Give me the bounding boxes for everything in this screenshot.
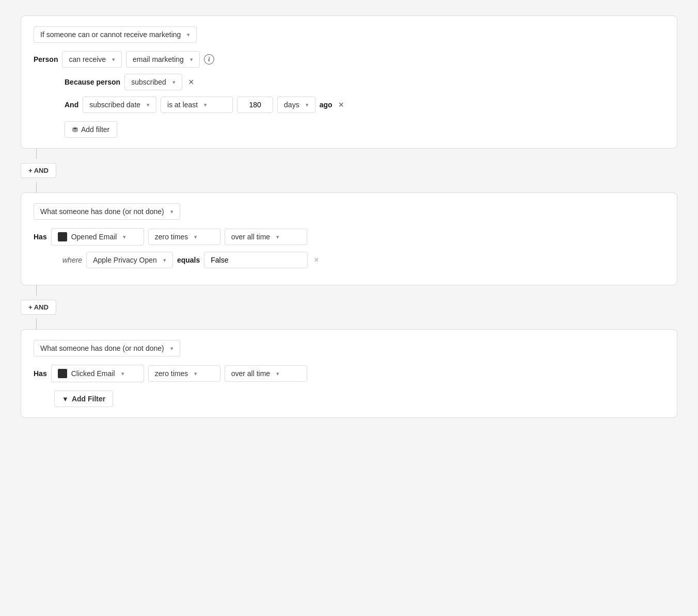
action-condition-label-2: What someone has done (or not done) <box>40 207 164 216</box>
action-condition-chevron-3: ▾ <box>170 345 173 352</box>
info-icon[interactable]: i <box>204 54 214 64</box>
marketing-type-chevron: ▾ <box>190 56 193 63</box>
action-condition-select-2[interactable]: What someone has done (or not done) ▾ <box>34 203 180 220</box>
property-chevron-2: ▾ <box>163 257 166 264</box>
and-button-2-label: + AND <box>28 303 49 311</box>
because-row: Because person subscribed ▾ × <box>65 74 664 90</box>
condition-operator-chevron: ▾ <box>204 102 207 108</box>
because-chevron: ▾ <box>172 79 176 86</box>
top-select-row-1: If someone can or cannot receive marketi… <box>34 26 664 43</box>
filter-block-1: If someone can or cannot receive marketi… <box>21 15 677 149</box>
and-condition-close-button[interactable]: × <box>337 99 346 110</box>
has-row-3: Has Clicked Email ▾ zero times ▾ over al… <box>34 365 664 382</box>
because-close-button[interactable]: × <box>186 76 196 88</box>
vertical-line-2 <box>36 182 37 192</box>
times-select-3[interactable]: zero times ▾ <box>148 365 220 382</box>
timerange-chevron-3: ▾ <box>276 370 279 377</box>
times-value-2: zero times <box>155 233 188 241</box>
and-button-1-label: + AND <box>28 167 49 174</box>
action-value-2: Opened Email <box>71 233 117 241</box>
times-chevron-2: ▾ <box>194 234 197 240</box>
filter-block-2: What someone has done (or not done) ▾ Ha… <box>21 192 677 285</box>
action-condition-select-3[interactable]: What someone has done (or not done) ▾ <box>34 340 180 356</box>
times-select-2[interactable]: zero times ▾ <box>148 229 220 245</box>
marketing-type-value: email marketing <box>133 55 184 63</box>
days-unit-value: days <box>284 101 299 109</box>
action-condition-chevron-2: ▾ <box>170 208 173 215</box>
add-filter-area-1: ⛃ Add filter <box>65 119 664 138</box>
top-select-row-3: What someone has done (or not done) ▾ <box>34 340 664 356</box>
person-row: Person can receive ▾ email marketing ▾ i <box>34 51 664 68</box>
because-select[interactable]: subscribed ▾ <box>124 74 182 90</box>
days-unit-select[interactable]: days ▾ <box>277 96 315 113</box>
clicked-email-icon <box>58 369 67 378</box>
and-label: And <box>65 101 78 109</box>
and-condition-row: And subscribed date ▾ is at least ▾ days… <box>65 96 664 113</box>
top-select-row-2: What someone has done (or not done) ▾ <box>34 203 664 220</box>
action-value-3: Clicked Email <box>71 369 115 378</box>
date-field-value: subscribed date <box>89 101 140 109</box>
times-chevron-3: ▾ <box>194 370 197 377</box>
action-condition-label-3: What someone has done (or not done) <box>40 344 164 352</box>
where-row-2: where Apple Privacy Open ▾ equals × <box>54 252 664 268</box>
person-condition-chevron: ▾ <box>112 56 115 63</box>
add-filter-button-1[interactable]: ⛃ Add filter <box>65 121 117 138</box>
vertical-line-4 <box>36 319 37 329</box>
person-condition-value: can receive <box>69 55 106 63</box>
days-unit-chevron: ▾ <box>306 102 309 108</box>
date-field-chevron: ▾ <box>147 102 150 108</box>
property-select-2[interactable]: Apple Privacy Open ▾ <box>86 252 173 268</box>
days-value-input[interactable] <box>237 96 273 113</box>
action-select-2[interactable]: Opened Email ▾ <box>51 228 144 246</box>
marketing-condition-chevron: ▾ <box>187 31 190 38</box>
and-button-2[interactable]: + AND <box>21 300 56 315</box>
timerange-value-2: over all time <box>231 233 270 241</box>
ago-label: ago <box>320 101 332 109</box>
date-field-select[interactable]: subscribed date ▾ <box>83 96 156 113</box>
because-value: subscribed <box>131 78 166 86</box>
timerange-chevron-2: ▾ <box>276 234 279 240</box>
condition-operator-select[interactable]: is at least ▾ <box>161 96 233 113</box>
add-filter-button-3[interactable]: ▼ Add Filter <box>54 391 113 407</box>
marketing-condition-select[interactable]: If someone can or cannot receive marketi… <box>34 26 197 43</box>
property-value-input-2[interactable] <box>204 252 308 268</box>
filter-icon-1: ⛃ <box>72 126 78 134</box>
has-label-2: Has <box>34 233 47 241</box>
filter-icon-3: ▼ <box>62 395 69 403</box>
and-connector-2: + AND <box>21 285 677 329</box>
where-label-2: where <box>62 256 82 264</box>
equals-label-2: equals <box>177 256 200 264</box>
has-label-3: Has <box>34 369 47 378</box>
person-condition-select[interactable]: can receive ▾ <box>62 51 122 68</box>
action-chevron-2: ▾ <box>123 234 126 240</box>
because-label: Because person <box>65 78 120 86</box>
condition-operator-value: is at least <box>167 101 198 109</box>
opened-email-icon <box>58 232 67 241</box>
timerange-select-2[interactable]: over all time ▾ <box>225 229 307 245</box>
action-chevron-3: ▾ <box>121 370 124 377</box>
add-filter-area-3: ▼ Add Filter <box>54 388 664 407</box>
and-connector-1: + AND <box>21 149 677 192</box>
timerange-select-3[interactable]: over all time ▾ <box>225 365 307 382</box>
property-value-2: Apple Privacy Open <box>93 256 157 264</box>
action-select-3[interactable]: Clicked Email ▾ <box>51 365 144 382</box>
where-close-button-2[interactable]: × <box>312 255 321 265</box>
vertical-line-1 <box>36 149 37 159</box>
timerange-value-3: over all time <box>231 369 270 378</box>
times-value-3: zero times <box>155 369 188 378</box>
marketing-type-select[interactable]: email marketing ▾ <box>126 51 200 68</box>
has-row-2: Has Opened Email ▾ zero times ▾ over all… <box>34 228 664 246</box>
marketing-condition-label: If someone can or cannot receive marketi… <box>40 30 181 39</box>
person-label: Person <box>34 55 58 63</box>
add-filter-label-1: Add filter <box>81 125 109 134</box>
add-filter-label-3: Add Filter <box>72 395 105 403</box>
vertical-line-3 <box>36 285 37 296</box>
and-button-1[interactable]: + AND <box>21 163 56 178</box>
filter-block-3: What someone has done (or not done) ▾ Ha… <box>21 329 677 418</box>
